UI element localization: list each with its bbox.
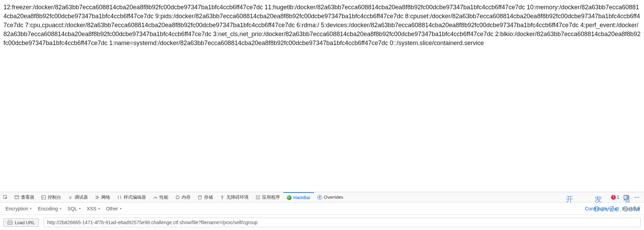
svg-rect-11 [259,198,260,199]
tab-application[interactable]: 应用程序 [252,192,283,202]
performance-icon [153,195,158,200]
tab-label: 内存 [182,194,191,200]
load-url-icon [7,220,13,225]
tab-label: Overrides [324,195,343,200]
load-url-button[interactable]: Load URL [3,218,39,227]
tab-label: 存储 [204,194,213,200]
svg-rect-1 [15,195,19,199]
pick-element-icon [3,195,8,200]
tab-label: 无障碍环境 [226,194,249,200]
error-count-badge[interactable]: ! 1 [611,195,619,200]
svg-rect-13 [626,195,629,199]
tab-accessibility[interactable]: 无障碍环境 [216,192,252,202]
tab-label: 网络 [101,194,110,200]
tab-storage[interactable]: 存储 [194,192,216,202]
more-options-button[interactable]: ··· [633,193,641,201]
url-input[interactable] [44,218,641,227]
tab-style-editor[interactable]: 样式编辑器 [114,192,149,202]
tab-label: 查看器 [21,194,34,200]
svg-rect-9 [259,195,260,197]
tab-label: 样式编辑器 [124,194,146,200]
tab-network[interactable]: 网络 [91,192,114,202]
caret-down-icon: ▾ [79,207,81,210]
svg-rect-5 [176,196,179,198]
devtools-tabbar: 查看器 控制台 调试器 网络 样式编辑器 性能 内存 存储 [0,192,644,202]
caret-down-icon: ▾ [30,207,32,210]
svg-line-4 [155,197,156,199]
error-icon: ! [611,195,616,200]
menu-label: XSS [87,206,97,211]
menu-label: Encryption [5,206,28,211]
dock-side-button[interactable] [622,193,630,201]
svg-rect-8 [256,195,258,197]
contribute-link[interactable]: Contribute now! [585,206,619,211]
menu-sql[interactable]: SQL▾ [66,205,83,213]
storage-icon [197,195,202,200]
svg-rect-15 [8,220,12,222]
tab-debugger[interactable]: 调试器 [65,192,91,202]
hackbar-url-row: Load URL [0,215,644,230]
application-icon [256,195,260,200]
caret-down-icon: ▾ [98,207,100,210]
svg-point-6 [199,195,202,197]
tab-label: HackBar [293,195,310,200]
menu-label: Other [106,206,118,211]
style-icon [117,195,122,200]
menu-label: Encoding [38,206,58,211]
tab-label: 控制台 [48,194,61,200]
accessibility-icon [220,195,225,200]
tab-hackbar[interactable]: HackBar [283,192,314,202]
inspect-element-button[interactable] [0,192,11,202]
hackbar-icon [287,195,292,200]
menu-other[interactable]: Other▾ [104,205,124,213]
menu-encoding[interactable]: Encoding▾ [36,205,63,213]
tab-label: 性能 [159,194,168,200]
overrides-icon: R [317,195,322,200]
caret-down-icon: ▾ [120,207,122,210]
window-icon [14,195,19,200]
console-icon [41,195,46,200]
svg-rect-10 [256,198,258,199]
menu-label: SQL [68,206,77,211]
tab-performance[interactable]: 性能 [149,192,172,202]
tab-console[interactable]: 控制台 [38,192,65,202]
memory-icon [175,195,180,200]
page-response-body: 12:freezer:/docker/82a63bb7ecca608814cba… [0,0,644,192]
load-url-label: Load URL [15,220,35,225]
tab-label: 应用程序 [262,194,280,200]
network-icon [95,195,100,200]
hackbar-brand-label: HackBar [622,206,641,211]
dock-icon [623,195,629,200]
error-count: 1 [617,195,619,200]
tab-overrides[interactable]: R Overrides [314,192,347,202]
svg-point-7 [222,195,223,196]
menu-xss[interactable]: XSS▾ [85,205,102,213]
caret-down-icon: ▾ [60,207,61,210]
tab-label: 调试器 [75,194,88,200]
tab-inspector[interactable]: 查看器 [11,192,38,202]
debugger-icon [68,195,73,200]
devtools-panel: 查看器 控制台 调试器 网络 样式编辑器 性能 内存 存储 [0,192,644,230]
menu-encryption[interactable]: Encryption▾ [3,205,34,213]
tab-memory[interactable]: 内存 [172,192,194,202]
hackbar-toolbar: Encryption▾ Encoding▾ SQL▾ XSS▾ Other▾ C… [0,202,644,215]
